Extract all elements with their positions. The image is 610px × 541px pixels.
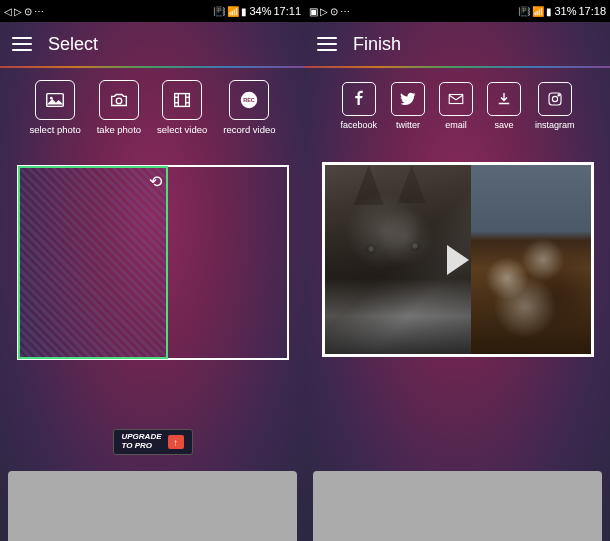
film-icon bbox=[171, 89, 193, 111]
screen-select: ◁ ▷ ⊙ ⋯ 📳 📶 ▮ 34% 17:11 Select select ph… bbox=[0, 0, 305, 541]
page-title: Finish bbox=[353, 34, 401, 55]
menu-icon[interactable] bbox=[12, 37, 32, 51]
action-label: take photo bbox=[97, 124, 141, 135]
record-video-button[interactable]: REC record video bbox=[223, 80, 275, 135]
status-icon: ◁ bbox=[4, 6, 12, 17]
action-label: select photo bbox=[29, 124, 80, 135]
action-row: select photo take photo select video REC… bbox=[0, 68, 305, 145]
action-label: email bbox=[445, 120, 467, 130]
vibrate-icon: 📳 bbox=[213, 6, 225, 17]
take-photo-button[interactable]: take photo bbox=[97, 80, 141, 135]
save-button[interactable]: save bbox=[487, 82, 521, 130]
action-label: facebook bbox=[340, 120, 377, 130]
rotate-icon[interactable]: ⟲ bbox=[149, 172, 162, 191]
share-row: facebook twitter email save instagram bbox=[305, 68, 610, 138]
svg-point-15 bbox=[558, 95, 560, 97]
upgrade-label-2: TO PRO bbox=[121, 442, 161, 451]
color-divider bbox=[305, 66, 610, 68]
battery-percent: 31% bbox=[554, 5, 576, 17]
wifi-icon: 📶 bbox=[227, 6, 239, 17]
email-button[interactable]: email bbox=[439, 82, 473, 130]
frame-slot-1[interactable]: ⟲ bbox=[18, 166, 168, 359]
action-label: select video bbox=[157, 124, 207, 135]
collage-frame[interactable]: ⟲ bbox=[17, 165, 289, 360]
select-video-button[interactable]: select video bbox=[157, 80, 207, 135]
status-icon: ⋯ bbox=[34, 6, 44, 17]
status-icon: ⊙ bbox=[330, 6, 338, 17]
vibrate-icon: 📳 bbox=[518, 6, 530, 17]
preview-video-tree bbox=[471, 165, 591, 354]
arrow-up-icon: ↑ bbox=[168, 435, 184, 449]
facebook-button[interactable]: facebook bbox=[340, 82, 377, 130]
status-icon: ▷ bbox=[14, 6, 22, 17]
battery-percent: 34% bbox=[249, 5, 271, 17]
color-divider bbox=[0, 66, 305, 68]
play-icon[interactable] bbox=[447, 245, 469, 275]
svg-text:REC: REC bbox=[244, 97, 256, 103]
header: Finish bbox=[305, 22, 610, 66]
svg-point-14 bbox=[552, 96, 557, 101]
svg-rect-3 bbox=[175, 94, 190, 107]
svg-rect-12 bbox=[449, 95, 463, 104]
instagram-button[interactable]: instagram bbox=[535, 82, 575, 130]
twitter-icon bbox=[399, 90, 417, 108]
upgrade-pro-button[interactable]: UPGRADE TO PRO ↑ bbox=[112, 429, 192, 455]
header: Select bbox=[0, 22, 305, 66]
page-title: Select bbox=[48, 34, 98, 55]
clock: 17:11 bbox=[273, 5, 301, 17]
email-icon bbox=[447, 90, 465, 108]
menu-icon[interactable] bbox=[317, 37, 337, 51]
save-icon bbox=[495, 90, 513, 108]
photo-icon bbox=[44, 89, 66, 111]
signal-icon: ▮ bbox=[241, 6, 247, 17]
record-icon: REC bbox=[238, 89, 260, 111]
svg-point-1 bbox=[50, 97, 53, 100]
ad-area bbox=[8, 471, 297, 541]
screen-finish: ▣ ▷ ⊙ ⋯ 📳 📶 ▮ 31% 17:18 Finish facebook … bbox=[305, 0, 610, 541]
status-bar: ◁ ▷ ⊙ ⋯ 📳 📶 ▮ 34% 17:11 bbox=[0, 0, 305, 22]
preview-collage[interactable] bbox=[322, 162, 594, 357]
facebook-icon bbox=[350, 90, 368, 108]
action-label: record video bbox=[223, 124, 275, 135]
status-icon: ▣ bbox=[309, 6, 318, 17]
action-label: save bbox=[494, 120, 513, 130]
status-icon: ⋯ bbox=[340, 6, 350, 17]
twitter-button[interactable]: twitter bbox=[391, 82, 425, 130]
instagram-icon bbox=[546, 90, 564, 108]
ad-area bbox=[313, 471, 602, 541]
clock: 17:18 bbox=[578, 5, 606, 17]
status-icon: ⊙ bbox=[24, 6, 32, 17]
action-label: instagram bbox=[535, 120, 575, 130]
status-icon: ▷ bbox=[320, 6, 328, 17]
status-bar: ▣ ▷ ⊙ ⋯ 📳 📶 ▮ 31% 17:18 bbox=[305, 0, 610, 22]
frame-slot-2[interactable] bbox=[167, 167, 287, 358]
signal-icon: ▮ bbox=[546, 6, 552, 17]
svg-point-2 bbox=[116, 98, 122, 104]
select-photo-button[interactable]: select photo bbox=[29, 80, 80, 135]
action-label: twitter bbox=[396, 120, 420, 130]
camera-icon bbox=[108, 89, 130, 111]
wifi-icon: 📶 bbox=[532, 6, 544, 17]
